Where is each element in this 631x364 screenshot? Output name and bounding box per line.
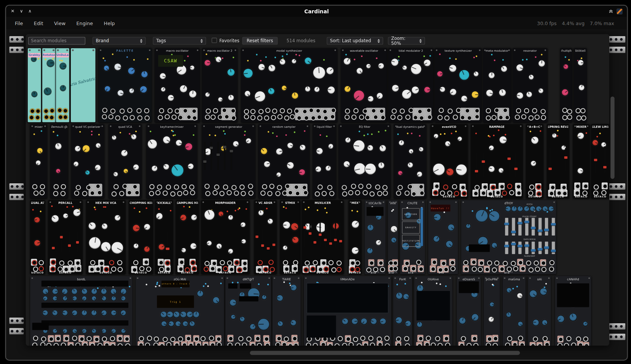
- led: [98, 134, 99, 135]
- jack-port: [445, 342, 450, 346]
- module-eq-filter[interactable]: EQ filter: [339, 124, 390, 198]
- module-utilities[interactable]: utilities: [574, 48, 587, 122]
- module-liquid-filter[interactable]: liquid filter: [313, 124, 336, 198]
- module-grabby[interactable]: Grabby: [28, 48, 41, 122]
- led: [326, 212, 327, 213]
- module-a-b-c[interactable]: A+B+CbEfACO: [526, 124, 543, 198]
- jack-port: [575, 184, 580, 189]
- module-limonade[interactable]: liMonADebId°°: [304, 276, 391, 346]
- module-dtroy[interactable]: dTrOYPITCHPULSE COUNTGATE MODESLIDE/SKIP…: [461, 200, 556, 274]
- module-macro-oscillator-2[interactable]: macro oscillator 2: [202, 48, 238, 122]
- keep-above-icon[interactable]: [609, 9, 613, 14]
- module-modal-synthesizer[interactable]: modal synthesizer: [241, 48, 337, 122]
- module-dual-atenuverter[interactable]: DUAL ATENUVERTERbEfACO: [30, 200, 45, 274]
- led: [356, 211, 358, 212]
- module-panel-0-3[interactable]: Aria Salvatrice: [71, 48, 95, 122]
- slider-track: [335, 223, 336, 248]
- module-morphader[interactable]: MORPHADERbEfACO: [201, 200, 249, 274]
- knob: [73, 209, 81, 216]
- close-button[interactable]: ✕: [11, 6, 15, 17]
- module-rampage[interactable]: RAMPAGEbEfACO: [471, 124, 522, 198]
- module-tocante[interactable]: tOCAnTebId°°: [364, 200, 385, 274]
- knob: [167, 312, 173, 318]
- jack-port: [174, 343, 180, 346]
- app-indicator-icon[interactable]: [617, 9, 622, 14]
- module-zo-mai[interactable]: zOù MAIPattern 0 : Track 0Trig 1bId°°: [136, 276, 224, 346]
- menu-edit[interactable]: Edit: [34, 21, 43, 26]
- module-tiare[interactable]: TiAREbId°°: [272, 276, 300, 346]
- led: [491, 54, 493, 56]
- module-resonator[interactable]: resonator: [513, 48, 547, 122]
- module-magma[interactable]: maGmabId°°: [503, 276, 526, 346]
- module-spring-reverb[interactable]: SPRING REVERBbEfACO: [547, 124, 569, 198]
- module-rotatoes[interactable]: Rotatoes: [42, 48, 56, 122]
- led: [557, 135, 558, 137]
- module-hex-mix-vca[interactable]: HEX MIX VCAbEfACO: [86, 200, 126, 274]
- module-kickall[interactable]: KICKALLbEfACO: [155, 200, 173, 274]
- cardinal-window: ✕ ∨ ∧ Cardinal File Edit View Engine Hel…: [5, 5, 628, 361]
- module-stmix[interactable]: STMIXbEfACO: [280, 200, 300, 274]
- shade-button[interactable]: ∨: [20, 6, 23, 17]
- module-panel-2-14[interactable]: Havefun !!bId°°: [428, 200, 458, 274]
- horizontal-scrollbar[interactable]: [250, 351, 520, 355]
- knob: [287, 162, 294, 169]
- module-wavetable-oscillator[interactable]: wavetable oscillator: [341, 48, 387, 122]
- module-dikt-t[interactable]: dIKT@TbId°°: [225, 276, 271, 346]
- jack-port: [149, 184, 155, 189]
- module-title: resonator: [513, 49, 546, 53]
- module-evenvco[interactable]: evenVCObEfACO: [431, 124, 468, 198]
- module-sampling-modulator[interactable]: SAMPLING MODULATORbEfACO: [176, 200, 199, 274]
- jack-port: [35, 115, 40, 120]
- jack-port: [486, 343, 491, 346]
- module-fork[interactable]: ForKbId°°: [393, 276, 412, 346]
- module-random-sampler[interactable]: random sampler: [258, 124, 309, 198]
- led: [516, 286, 518, 288]
- module-palette[interactable]: PALETTE: [99, 48, 152, 122]
- module-undular[interactable]: UnDuLaR: [56, 48, 69, 122]
- module-macro-oscillator[interactable]: macro oscillatorCSAW: [155, 48, 200, 122]
- led: [146, 207, 147, 209]
- module-bernoulli-gate[interactable]: bernoulli gate: [50, 124, 68, 198]
- module-segment-generator[interactable]: segment generator: [202, 124, 255, 198]
- module-tidal-modulator-2[interactable]: tidal modulator 2: [388, 48, 433, 122]
- module-quad-vc-polarizer[interactable]: quad VC-polarizer: [71, 124, 104, 198]
- module-percall[interactable]: PERCALLbEfACO: [48, 200, 83, 274]
- module-texture-synthesizer[interactable]: texture synthesizer: [435, 48, 482, 122]
- slider-handle: [60, 236, 63, 238]
- knob: [264, 161, 270, 167]
- module-ouaive[interactable]: OUAIvebId°°: [414, 276, 452, 346]
- jack-port: [503, 261, 508, 266]
- module-mixer[interactable]: MIXERbEfACO: [573, 124, 589, 198]
- module-edsaros[interactable]: eDsaroSbId°°: [457, 276, 481, 346]
- menu-engine[interactable]: Engine: [77, 21, 93, 26]
- module-multiples[interactable]: multiples: [560, 48, 572, 122]
- module-vc-adsr[interactable]: VC ADSRbEfACO: [254, 200, 276, 274]
- module-mixer[interactable]: mixer: [30, 124, 47, 198]
- jack-port: [94, 337, 99, 342]
- module-bordl[interactable]: bordLbId°°: [30, 276, 132, 346]
- module-muxlicer[interactable]: MUXLICERbEfACO: [302, 200, 344, 274]
- module-quad-vca[interactable]: quad VCA: [109, 124, 142, 198]
- module-late[interactable]: lATebId°°: [388, 200, 398, 274]
- slider-handle: [544, 246, 549, 249]
- menu-help[interactable]: Help: [104, 21, 115, 26]
- module-chute[interactable]: ChUTEALTITUDEGRAVITYRESTITUTIONbId°°: [400, 200, 425, 274]
- module-mex[interactable]: MEXbEfACO: [348, 200, 361, 274]
- vertical-scrollbar[interactable]: [610, 97, 615, 179]
- knob: [392, 85, 399, 92]
- menu-file[interactable]: File: [15, 21, 23, 26]
- knob: [391, 59, 398, 66]
- module-oai[interactable]: oAibId°°: [528, 276, 551, 346]
- module-chopping-kinky[interactable]: CHOPPING KINKYbEfACO: [129, 200, 153, 274]
- module-canard[interactable]: cANARdbId°°: [555, 276, 591, 346]
- jack-port: [360, 336, 366, 341]
- led: [222, 57, 223, 59]
- module-meta-modulator[interactable]: meta modulator: [483, 48, 511, 122]
- module-poupre[interactable]: pOuPRebId°°: [484, 276, 500, 346]
- module-keyframer-mixer[interactable]: keyframer/mixer: [147, 124, 197, 198]
- module-slew-limiter[interactable]: SLEW LIMITERbEfACO: [591, 124, 609, 198]
- menu-view[interactable]: View: [54, 21, 65, 26]
- unshade-button[interactable]: ∧: [28, 6, 32, 17]
- knob: [283, 246, 288, 250]
- module-dual-dynamics-gate[interactable]: dual dynamics gate: [394, 124, 427, 198]
